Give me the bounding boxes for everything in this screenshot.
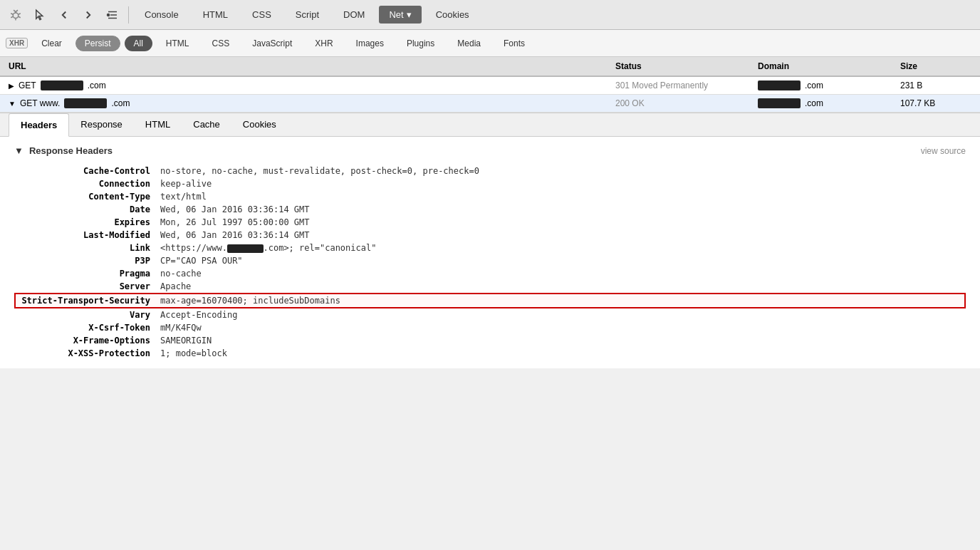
break-icon[interactable] xyxy=(103,5,123,25)
header-row: X-Csrf-TokenmM/K4FQw xyxy=(15,321,965,334)
status-cell: 301 Moved Permanently xyxy=(615,81,758,90)
col-status: Status xyxy=(615,61,758,71)
separator xyxy=(128,6,129,24)
javascript-filter-button[interactable]: JavaScript xyxy=(243,36,301,51)
header-name: Vary xyxy=(15,308,157,321)
redacted-domain xyxy=(64,98,107,108)
expand-icon[interactable]: ▶ xyxy=(9,82,14,90)
size-cell: 231 B xyxy=(900,81,971,90)
header-value: Mon, 26 Jul 1997 05:00:00 GMT xyxy=(157,216,965,229)
url-suffix: .com xyxy=(88,81,106,90)
section-title: ▼ Response Headers view source xyxy=(14,145,966,156)
header-row: P3PCP="CAO PSA OUR" xyxy=(15,254,965,267)
header-value: SAMEORIGIN xyxy=(157,334,965,347)
header-value: mM/K4FQw xyxy=(157,321,965,334)
header-name: Content-Type xyxy=(15,190,157,203)
html-filter-button[interactable]: HTML xyxy=(157,36,199,51)
back-icon[interactable] xyxy=(54,5,74,25)
col-domain: Domain xyxy=(758,61,900,71)
images-filter-button[interactable]: Images xyxy=(347,36,393,51)
clear-button[interactable]: Clear xyxy=(32,36,71,51)
bug-icon[interactable] xyxy=(6,5,26,25)
header-row: Cache-Controlno-store, no-cache, must-re… xyxy=(15,165,965,177)
header-row: Content-Typetext/html xyxy=(15,190,965,203)
tab-dom[interactable]: DOM xyxy=(333,6,375,24)
col-size: Size xyxy=(900,61,971,71)
header-row: Connectionkeep-alive xyxy=(15,177,965,190)
headers-table: Cache-Controlno-store, no-cache, must-re… xyxy=(14,165,966,360)
domain-suffix: .com xyxy=(805,81,823,90)
xhr-badge: XHR xyxy=(6,38,28,48)
svg-line-4 xyxy=(19,16,21,18)
header-name: Pragma xyxy=(15,267,157,280)
svg-line-2 xyxy=(19,13,21,14)
redacted-domain-2 xyxy=(758,81,801,90)
tab-script[interactable]: Script xyxy=(286,6,329,24)
forward-icon[interactable] xyxy=(78,5,98,25)
status-cell: 200 OK xyxy=(615,98,758,108)
detail-panel: Headers Response HTML Cache Cookies ▼ Re… xyxy=(0,113,980,368)
header-value: <https://www. .com>; rel="canonical" xyxy=(157,242,965,254)
css-filter-button[interactable]: CSS xyxy=(203,36,239,51)
view-source-link[interactable]: view source xyxy=(921,146,966,156)
sub-tab-bar: Headers Response HTML Cache Cookies xyxy=(0,113,980,137)
all-filter-button[interactable]: All xyxy=(125,36,152,51)
expand-icon[interactable]: ▼ xyxy=(9,100,16,108)
cursor-icon[interactable] xyxy=(30,5,50,25)
size-cell: 107.7 KB xyxy=(900,98,971,108)
header-row: Strict-Transport-Securitymax-age=1607040… xyxy=(15,294,965,308)
table-row[interactable]: ▶ GET .com 301 Moved Permanently .com 23… xyxy=(0,77,980,95)
header-name: X-XSS-Protection xyxy=(15,347,157,360)
header-row: X-Frame-OptionsSAMEORIGIN xyxy=(15,334,965,347)
tab-css[interactable]: CSS xyxy=(242,6,281,24)
header-value: 1; mode=block xyxy=(157,347,965,360)
tab-cookies[interactable]: Cookies xyxy=(426,6,479,24)
header-value: Accept-Encoding xyxy=(157,308,965,321)
header-row: VaryAccept-Encoding xyxy=(15,308,965,321)
tab-cookies-detail[interactable]: Cookies xyxy=(231,113,288,137)
url-cell: ▼ GET www. .com xyxy=(9,98,615,108)
tab-net[interactable]: Net ▾ xyxy=(379,6,421,24)
tab-html[interactable]: HTML xyxy=(193,6,238,24)
header-value: keep-alive xyxy=(157,177,965,190)
header-name: Link xyxy=(15,242,157,254)
domain-suffix: .com xyxy=(805,98,823,108)
header-row: X-XSS-Protection1; mode=block xyxy=(15,347,965,360)
header-row: Pragmano-cache xyxy=(15,267,965,280)
header-row: DateWed, 06 Jan 2016 03:36:14 GMT xyxy=(15,203,965,216)
tab-cache[interactable]: Cache xyxy=(182,113,231,137)
header-row: ServerApache xyxy=(15,280,965,294)
url-cell: ▶ GET .com xyxy=(9,81,615,90)
main-toolbar: Console HTML CSS Script DOM Net ▾ Cookie… xyxy=(0,0,980,30)
header-name: Server xyxy=(15,280,157,294)
header-row: Link<https://www. .com>; rel="canonical" xyxy=(15,242,965,254)
fonts-filter-button[interactable]: Fonts xyxy=(494,36,534,51)
xhr-filter-button[interactable]: XHR xyxy=(306,36,342,51)
domain-cell: .com xyxy=(758,81,900,90)
header-value: text/html xyxy=(157,190,965,203)
section-label: Response Headers xyxy=(29,145,113,156)
plugins-filter-button[interactable]: Plugins xyxy=(397,36,444,51)
redacted-domain-2 xyxy=(758,98,801,108)
tab-headers[interactable]: Headers xyxy=(9,113,69,137)
header-name: X-Csrf-Token xyxy=(15,321,157,334)
header-name: Date xyxy=(15,203,157,216)
network-table-header: URL Status Domain Size xyxy=(0,57,980,77)
svg-point-9 xyxy=(108,14,110,16)
method-label: GET www. xyxy=(20,98,60,108)
header-value: CP="CAO PSA OUR" xyxy=(157,254,965,267)
header-value: no-cache xyxy=(157,267,965,280)
tab-response[interactable]: Response xyxy=(69,113,134,137)
header-row: ExpiresMon, 26 Jul 1997 05:00:00 GMT xyxy=(15,216,965,229)
header-name: X-Frame-Options xyxy=(15,334,157,347)
media-filter-button[interactable]: Media xyxy=(448,36,490,51)
persist-button[interactable]: Persist xyxy=(75,36,120,51)
svg-line-1 xyxy=(11,13,13,14)
tab-html-detail[interactable]: HTML xyxy=(134,113,182,137)
header-name: Last-Modified xyxy=(15,229,157,242)
tab-console[interactable]: Console xyxy=(135,6,189,24)
header-value: Wed, 06 Jan 2016 03:36:14 GMT xyxy=(157,229,965,242)
header-value: Wed, 06 Jan 2016 03:36:14 GMT xyxy=(157,203,965,216)
table-row[interactable]: ▼ GET www. .com 200 OK .com 107.7 KB xyxy=(0,95,980,113)
dropdown-arrow-icon: ▾ xyxy=(407,9,412,20)
